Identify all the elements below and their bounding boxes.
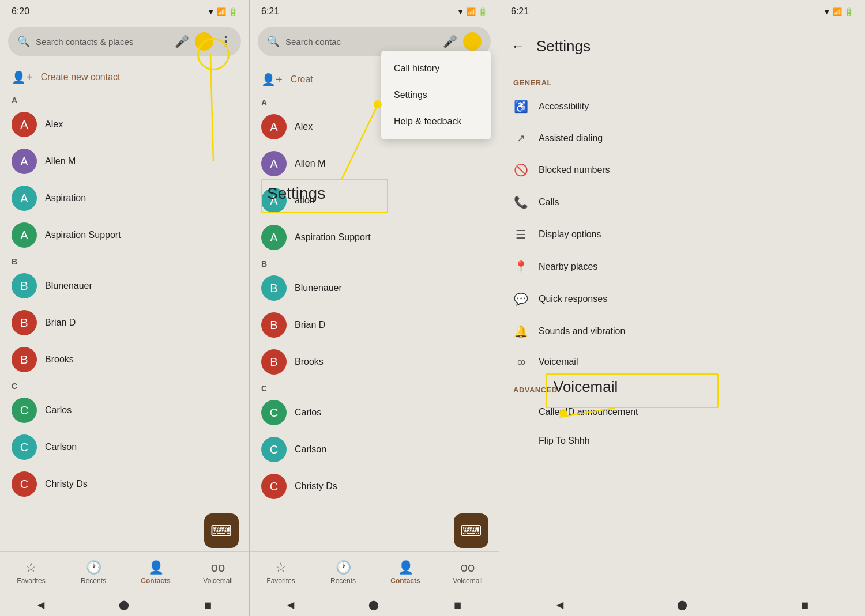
contact-blunenauer[interactable]: B Blunenauer: [0, 267, 249, 304]
settings-display-options[interactable]: ☰ Display options: [499, 218, 865, 251]
nearby-places-label: Nearby places: [539, 262, 597, 272]
back-arrow-icon[interactable]: ←: [511, 38, 525, 54]
avatar-brian: B: [12, 310, 37, 335]
search-bar-1[interactable]: 🔍 Search contacts & places 🎤 ⋮: [8, 27, 241, 56]
avatar-brian-2: B: [261, 312, 287, 338]
blocked-numbers-label: Blocked numbers: [539, 165, 610, 175]
more-menu-icon[interactable]: ⋮: [219, 34, 232, 49]
avatar-christy: C: [12, 471, 37, 497]
keypad-icon-2: ⌨: [460, 522, 482, 540]
user-avatar-2[interactable]: [463, 32, 482, 51]
settings-caller-id[interactable]: Caller ID announcement: [499, 398, 865, 426]
avatar-carlos: C: [12, 398, 37, 423]
sounds-vibration-label: Sounds and vibration: [539, 326, 625, 337]
contact-name-blunenauer: Blunenauer: [45, 281, 92, 291]
quick-responses-label: Quick responses: [539, 294, 607, 304]
home-nav-icon-2[interactable]: ⬤: [368, 599, 379, 610]
contact-christy[interactable]: C Christy Ds: [0, 466, 249, 502]
contact-aspiration-support[interactable]: A Aspiration Support: [0, 217, 249, 254]
contact-brian[interactable]: B Brian D: [0, 304, 249, 341]
back-nav-icon-2[interactable]: ◀: [287, 599, 294, 610]
back-nav-icon[interactable]: ◀: [37, 599, 44, 610]
status-time-2: 6:21: [261, 6, 279, 17]
nav-contacts-2[interactable]: 👤 Contacts: [374, 560, 437, 585]
settings-nearby-places[interactable]: 📍 Nearby places: [499, 251, 865, 283]
contact-blunenauer-2[interactable]: B Blunenauer: [250, 270, 499, 307]
contacts-label-2: Contacts: [390, 577, 420, 585]
contact-aspiration-support-2[interactable]: A Aspiration Support: [250, 219, 499, 256]
favorites-label: Favorites: [17, 577, 45, 585]
contact-name-brian-2: Brian D: [295, 320, 325, 330]
recents-nav-icon-2[interactable]: ◼: [454, 599, 461, 610]
dropdown-call-history[interactable]: Call history: [381, 55, 491, 82]
status-bar-1: 6:20 ▼ 📶 🔋: [0, 0, 249, 23]
nav-favorites-2[interactable]: ☆ Favorites: [250, 560, 312, 585]
contact-allen-2[interactable]: A Allen M: [250, 145, 499, 182]
contact-name-carlson-2: Carlson: [295, 444, 326, 455]
battery-icon-2: 🔋: [478, 7, 487, 16]
user-avatar[interactable]: [195, 32, 213, 51]
avatar-carlson-2: C: [261, 437, 287, 462]
settings-page-title: Settings: [536, 37, 591, 55]
dropdown-settings[interactable]: Settings: [381, 82, 491, 108]
mic-icon-2[interactable]: 🎤: [443, 35, 457, 48]
contact-name-carlos: Carlos: [45, 405, 72, 415]
voicemail-icon-2: oo: [461, 560, 475, 575]
signal-icon: 📶: [217, 7, 226, 16]
contact-christy-2[interactable]: C Christy Ds: [250, 468, 499, 505]
contact-carlos-2[interactable]: C Carlos: [250, 394, 499, 431]
voicemail-yellow-dot: [559, 409, 567, 417]
nav-favorites[interactable]: ☆ Favorites: [0, 560, 62, 585]
assisted-dialing-icon: ↗: [513, 132, 528, 145]
settings-blocked-numbers[interactable]: 🚫 Blocked numbers: [499, 154, 865, 186]
contact-brooks-2[interactable]: B Brooks: [250, 343, 499, 380]
nav-contacts[interactable]: 👤 Contacts: [125, 560, 187, 585]
recents-label-2: Recents: [330, 577, 356, 585]
contact-allen[interactable]: A Allen M: [0, 143, 249, 180]
contacts-label: Contacts: [141, 577, 170, 585]
sys-nav-2: ◀ ⬤ ◼: [250, 593, 499, 616]
dropdown-help[interactable]: Help & feedback: [381, 108, 491, 135]
mic-icon[interactable]: 🎤: [175, 35, 189, 48]
contact-alex[interactable]: A Alex: [0, 106, 249, 143]
keypad-button-2[interactable]: ⌨: [454, 513, 488, 548]
contact-carlos[interactable]: C Carlos: [0, 392, 249, 429]
settings-voicemail[interactable]: oo Voicemail: [499, 347, 865, 376]
settings-accessibility[interactable]: ♿ Accessibility: [499, 90, 865, 123]
status-icons-2: ▼ 📶 🔋: [457, 7, 487, 16]
avatar-alex-2: A: [261, 114, 287, 139]
contact-name-aspiration-support-2: Aspiration Support: [295, 232, 371, 243]
contact-name-allen-2: Allen M: [295, 158, 325, 169]
settings-assisted-dialing[interactable]: ↗ Assisted dialing: [499, 123, 865, 154]
status-time-3: 6:21: [511, 6, 529, 17]
back-nav-icon-3[interactable]: ◀: [556, 599, 563, 610]
sys-nav-1: ◀ ⬤ ◼: [0, 593, 249, 616]
contacts-icon-2: 👤: [398, 560, 413, 575]
settings-quick-responses[interactable]: 💬 Quick responses: [499, 283, 865, 315]
battery-icon: 🔋: [228, 7, 238, 16]
contact-brooks[interactable]: B Brooks: [0, 341, 249, 378]
nav-recents-2[interactable]: 🕐 Recents: [312, 560, 374, 585]
nav-voicemail-2[interactable]: oo Voicemail: [437, 560, 499, 585]
avatar-aspiration-support-2: A: [261, 225, 287, 250]
home-nav-icon-3[interactable]: ⬤: [677, 599, 687, 610]
contact-brian-2[interactable]: B Brian D: [250, 307, 499, 343]
search-icon: 🔍: [17, 35, 30, 48]
keypad-button[interactable]: ⌨: [204, 513, 239, 548]
contact-carlson-2[interactable]: C Carlson: [250, 431, 499, 468]
contact-aspiration[interactable]: A Aspiration: [0, 180, 249, 217]
settings-sounds-vibration[interactable]: 🔔 Sounds and vibration: [499, 315, 865, 347]
nav-voicemail[interactable]: oo Voicemail: [187, 560, 249, 585]
settings-flip-to-shhh[interactable]: Flip To Shhh: [499, 426, 865, 455]
settings-calls[interactable]: 📞 Calls: [499, 186, 865, 218]
recents-nav-icon[interactable]: ◼: [204, 599, 212, 610]
avatar-aspiration-support: A: [12, 222, 37, 248]
contact-carlson[interactable]: C Carlson: [0, 429, 249, 466]
home-nav-icon[interactable]: ⬤: [119, 599, 129, 610]
nav-recents[interactable]: 🕐 Recents: [62, 560, 125, 585]
create-contact-btn[interactable]: 👤+ Create new contact: [0, 62, 249, 92]
recents-nav-icon-3[interactable]: ◼: [801, 599, 808, 610]
status-icons-1: ▼ 📶 🔋: [207, 7, 238, 16]
contact-name-christy-2: Christy Ds: [295, 481, 337, 492]
section-b: B: [0, 254, 249, 267]
